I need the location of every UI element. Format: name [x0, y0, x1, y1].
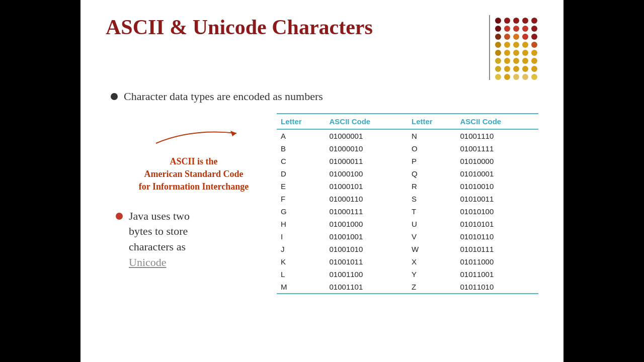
logo-dot-39: [531, 74, 537, 80]
table-cell-9-3: 01010111: [456, 243, 538, 255]
table-cell-6-0: G: [277, 205, 326, 218]
right-black-bar: [564, 0, 644, 362]
logo-dot-11: [504, 34, 510, 40]
table-cell-3-1: 01000100: [326, 167, 408, 180]
table-cell-9-2: W: [408, 243, 456, 255]
arrow-svg: [151, 123, 252, 148]
logo-dot-5: [495, 26, 501, 32]
table-cell-2-0: C: [277, 155, 326, 167]
table-cell-8-0: I: [277, 230, 326, 243]
logo-dot-38: [522, 74, 528, 80]
logo-dot-20: [495, 50, 501, 56]
logo-dot-36: [504, 74, 510, 80]
table-row: I01001001V01010110: [277, 230, 538, 243]
table-cell-12-2: Z: [408, 281, 456, 294]
table-cell-11-2: Y: [408, 268, 456, 281]
logo-dot-34: [531, 66, 537, 72]
table-cell-0-0: A: [277, 129, 326, 142]
logo-dot-29: [531, 58, 537, 64]
logo-dot-25: [495, 58, 501, 64]
logo-dot-10: [495, 34, 501, 40]
logo-dot-1: [504, 18, 510, 24]
ascii-line1: ASCII is the: [170, 156, 217, 166]
logo-dot-24: [531, 50, 537, 56]
table-cell-1-0: B: [277, 142, 326, 155]
table-cell-4-3: 01010010: [456, 180, 538, 193]
table-footer-row: [277, 294, 538, 294]
table-row: B01000010O01001111: [277, 142, 538, 155]
table-header: Letter ASCII Code Letter ASCII Code: [277, 114, 538, 129]
table-cell-1-3: 01001111: [456, 142, 538, 155]
logo-dot-37: [513, 74, 519, 80]
table-cell-9-1: 01001010: [326, 243, 408, 255]
col-letter2: Letter: [408, 114, 456, 129]
table-row: A01000001N01001110: [277, 129, 538, 142]
table-cell-5-0: F: [277, 193, 326, 205]
logo-dot-8: [522, 26, 528, 32]
slide: ASCII & Unicode Characters Character dat…: [80, 0, 564, 362]
logo-dot-26: [504, 58, 510, 64]
logo-dot-6: [504, 26, 510, 32]
bullet-2: Java uses two bytes to store characters …: [116, 209, 267, 270]
table-row: L01001100Y01011001: [277, 268, 538, 281]
logo-dot-7: [513, 26, 519, 32]
logo-dot-33: [522, 66, 528, 72]
table-cell-11-3: 01011001: [456, 268, 538, 281]
table-footer: [277, 294, 538, 294]
table-row: H01001000U01010101: [277, 218, 538, 230]
table-cell-12-3: 01011010: [456, 281, 538, 294]
table-cell-12-0: M: [277, 281, 326, 294]
logo-dot-23: [522, 50, 528, 56]
logo-dot-32: [513, 66, 519, 72]
table-cell-0-3: 01001110: [456, 129, 538, 142]
table-cell-0-2: N: [408, 129, 456, 142]
table-cell-7-2: U: [408, 218, 456, 230]
unicode-link[interactable]: Unicode: [129, 256, 167, 268]
table-cell-1-1: 01000010: [326, 142, 408, 155]
logo-dot-22: [513, 50, 519, 56]
table-cell-5-3: 01010011: [456, 193, 538, 205]
logo-dot-18: [522, 42, 528, 48]
bullet-1-text: Character data types are encoded as numb…: [124, 90, 323, 103]
bullet-dot-1: [111, 93, 118, 100]
bullet-1: Character data types are encoded as numb…: [111, 90, 538, 103]
logo-dot-21: [504, 50, 510, 56]
logo-dot-31: [504, 66, 510, 72]
col-letter1: Letter: [277, 114, 326, 129]
logo-dots: [495, 15, 538, 80]
bullet-dot-2: [116, 213, 123, 220]
table-cell-4-2: R: [408, 180, 456, 193]
table-cell-4-1: 01000101: [326, 180, 408, 193]
ascii-line2: American Standard Code: [144, 169, 244, 179]
logo-dot-12: [513, 34, 519, 40]
table-row: G01000111T01010100: [277, 205, 538, 218]
col-ascii1: ASCII Code: [326, 114, 408, 129]
table-cell-5-2: S: [408, 193, 456, 205]
table-cell-12-1: 01001101: [326, 281, 408, 294]
table-cell-3-0: D: [277, 167, 326, 180]
table-cell-2-2: P: [408, 155, 456, 167]
table-row: E01000101R01010010: [277, 180, 538, 193]
table-row: D01000100Q01010001: [277, 167, 538, 180]
bullet2-line1: Java uses two: [129, 210, 190, 222]
logo-dot-4: [531, 18, 537, 24]
table-cell-9-0: J: [277, 243, 326, 255]
table-cell-8-1: 01001001: [326, 230, 408, 243]
main-content: ASCII is the American Standard Code for …: [106, 113, 538, 294]
table-row: M01001101Z01011010: [277, 281, 538, 294]
content-area: Character data types are encoded as numb…: [106, 90, 538, 294]
slide-title: ASCII & Unicode Characters: [106, 15, 373, 39]
table-cell-2-1: 01000011: [326, 155, 408, 167]
logo-dot-13: [522, 34, 528, 40]
ascii-table: Letter ASCII Code Letter ASCII Code A010…: [277, 113, 538, 294]
table-cell-8-2: V: [408, 230, 456, 243]
ascii-annotation: ASCII is the American Standard Code for …: [121, 155, 267, 194]
table-cell-1-2: O: [408, 142, 456, 155]
table-cell-5-1: 01000110: [326, 193, 408, 205]
bullet-2-text: Java uses two bytes to store characters …: [129, 209, 190, 270]
table-cell-8-3: 01010110: [456, 230, 538, 243]
table-cell-2-3: 01010000: [456, 155, 538, 167]
table-header-row: Letter ASCII Code Letter ASCII Code: [277, 114, 538, 129]
table-cell-7-1: 01001000: [326, 218, 408, 230]
col-ascii2: ASCII Code: [456, 114, 538, 129]
